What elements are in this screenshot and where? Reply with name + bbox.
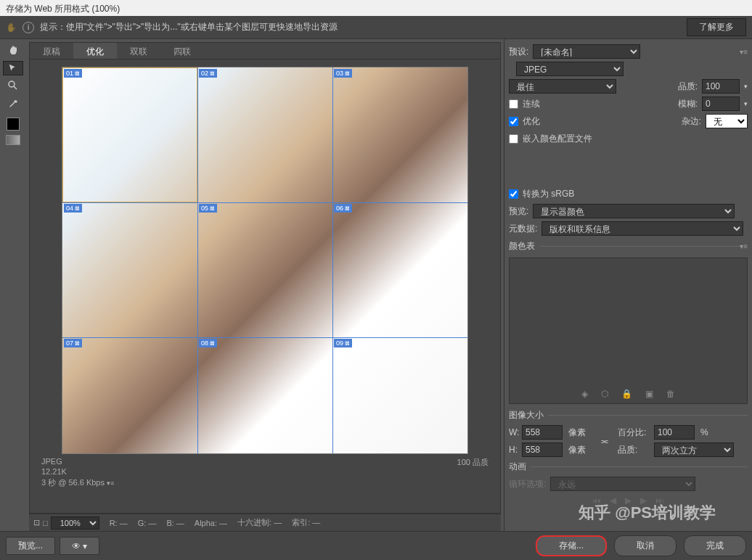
- tab-2up[interactable]: 双联: [117, 43, 160, 59]
- ct-icon-2[interactable]: ⬡: [601, 389, 608, 399]
- save-button[interactable]: 存储...: [536, 535, 607, 556]
- window-title: 存储为 Web 所用格式 (100%): [0, 0, 752, 16]
- srgb-label: 转换为 sRGB: [523, 188, 574, 200]
- embed-label: 嵌入颜色配置文件: [523, 133, 592, 145]
- embed-check[interactable]: [509, 134, 518, 144]
- toolbar: [0, 39, 26, 531]
- slice-03[interactable]: 03⊠: [334, 69, 352, 78]
- status-quality: 100 品质: [457, 457, 489, 488]
- optimized-label: 优化: [523, 115, 540, 128]
- anim-last-icon: ⏭: [655, 495, 664, 506]
- anim-prev-icon: ◀: [610, 495, 616, 506]
- slice-select-tool[interactable]: [3, 61, 23, 75]
- height-input[interactable]: [522, 442, 563, 457]
- ct-icon-4[interactable]: ▣: [645, 389, 653, 399]
- cancel-button[interactable]: 取消: [614, 535, 677, 556]
- matte-label: 杂边:: [682, 115, 701, 128]
- matte-select[interactable]: 无: [706, 114, 748, 128]
- metadata-select[interactable]: 版权和联系信息: [541, 221, 743, 236]
- color-swatch[interactable]: [7, 118, 20, 131]
- hand-tool[interactable]: [3, 42, 23, 59]
- loop-label: 循环选项:: [509, 478, 546, 490]
- slice-04[interactable]: 04⊠: [64, 204, 82, 213]
- blur-label: 模糊:: [678, 98, 698, 110]
- anim-next-icon: ▶: [640, 495, 647, 506]
- settings-panel: 预设: [未命名] ▾≡ JPEG 最佳 品质: ▾ 连续 模糊: ▾ 优化 杂…: [504, 39, 752, 531]
- width-input[interactable]: [522, 425, 563, 440]
- browser-preview-button[interactable]: 预览...: [6, 537, 55, 555]
- anim-first-icon: ⏮: [592, 495, 601, 506]
- info-alpha: Alpha: —: [195, 519, 227, 527]
- preview-canvas[interactable]: 01⊠ 02⊠ 03⊠ 04⊠ 05⊠ 06⊠ 07⊠ 08⊠ 09⊠: [62, 67, 468, 454]
- progressive-check[interactable]: [509, 99, 518, 109]
- selected-slice: [62, 67, 197, 202]
- percent-input[interactable]: [654, 425, 695, 440]
- preset-label: 预设:: [509, 46, 528, 58]
- resample-select[interactable]: 两次立方: [654, 442, 734, 457]
- quality-input[interactable]: [702, 79, 740, 94]
- done-button[interactable]: 完成: [684, 535, 746, 556]
- status-time: 3 秒 @ 56.6 Kbps ▾≡: [41, 477, 114, 488]
- tab-optimized[interactable]: 优化: [73, 43, 117, 59]
- tab-4up[interactable]: 四联: [160, 43, 204, 59]
- slice-08[interactable]: 08⊠: [199, 339, 217, 347]
- image-size-title: 图像大小: [509, 409, 544, 421]
- toggle-slices-icon[interactable]: [6, 135, 20, 145]
- optimized-check[interactable]: [509, 117, 518, 126]
- square-icon[interactable]: □: [43, 519, 48, 527]
- px-label-1: 像素: [568, 427, 597, 439]
- learn-more-button[interactable]: 了解更多: [687, 18, 746, 36]
- metadata-label: 元数据:: [509, 223, 537, 235]
- preview-select[interactable]: 显示器颜色: [533, 204, 735, 218]
- svg-point-0: [9, 81, 15, 87]
- tip-bar: ✋ i 提示：使用"文件">"导出">"导出为..."或右键单击某个图层可更快速…: [0, 16, 752, 39]
- progressive-label: 连续: [523, 98, 540, 110]
- info-g: G: —: [138, 519, 157, 527]
- preset-select[interactable]: [未命名]: [533, 44, 640, 59]
- slice-01[interactable]: 01⊠: [64, 69, 82, 78]
- info-b: B: —: [166, 519, 184, 527]
- color-table: ◈ ⬡ 🔒 ▣ 🗑: [509, 258, 748, 404]
- preview-label: 预览:: [509, 205, 528, 218]
- info-index: 索引: —: [292, 517, 320, 528]
- status-size: 12.21K: [41, 467, 114, 476]
- canvas-area: 01⊠ 02⊠ 03⊠ 04⊠ 05⊠ 06⊠ 07⊠ 08⊠ 09⊠ JPEG…: [29, 59, 501, 514]
- slice-09[interactable]: 09⊠: [334, 339, 352, 347]
- anim-title: 动画: [509, 461, 526, 473]
- ct-icon-1[interactable]: ◈: [581, 389, 588, 399]
- color-table-menu-icon[interactable]: ▾≡: [740, 242, 748, 250]
- quality-label: 品质:: [678, 81, 698, 93]
- zoom-select[interactable]: 100%: [51, 516, 99, 530]
- resample-label: 品质:: [618, 444, 651, 456]
- loop-select: 永远: [550, 477, 695, 491]
- tab-original[interactable]: 原稿: [30, 43, 73, 59]
- hand-icon: ✋: [6, 22, 17, 33]
- color-table-title: 颜色表: [509, 240, 535, 252]
- preset-menu-icon[interactable]: ▾≡: [740, 48, 748, 56]
- quality-preset-select[interactable]: 最佳: [509, 79, 616, 94]
- srgb-check[interactable]: [509, 189, 518, 199]
- percent-label: 百分比:: [618, 427, 651, 439]
- h-label: H:: [509, 445, 519, 455]
- preview-eye-button[interactable]: 👁 ▾: [60, 537, 99, 555]
- format-select[interactable]: JPEG: [516, 62, 624, 76]
- pct-label: %: [700, 427, 711, 437]
- ct-icon-5[interactable]: 🗑: [666, 389, 675, 399]
- slice-02[interactable]: 02⊠: [199, 69, 217, 78]
- slice-05[interactable]: 05⊠: [199, 204, 217, 213]
- status-format: JPEG: [41, 457, 114, 466]
- info-hex: 十六进制: —: [237, 517, 282, 528]
- slice-06[interactable]: 06⊠: [334, 204, 352, 213]
- zoom-tool[interactable]: [3, 77, 23, 94]
- px-label-2: 像素: [568, 444, 597, 456]
- view-tabs: 原稿 优化 双联 四联: [29, 42, 501, 59]
- eyedropper-tool[interactable]: [3, 96, 23, 113]
- tip-text: 提示：使用"文件">"导出">"导出为..."或右键单击某个图层可更快速地导出资…: [40, 21, 681, 33]
- w-label: W:: [509, 427, 519, 437]
- footer: 预览... 👁 ▾ 存储... 取消 完成: [0, 531, 752, 560]
- link-icon[interactable]: ⫘: [600, 436, 615, 446]
- ct-icon-3[interactable]: 🔒: [621, 389, 632, 399]
- blur-input[interactable]: [702, 96, 740, 111]
- fit-icon[interactable]: ⊡: [33, 518, 40, 527]
- slice-07[interactable]: 07⊠: [64, 339, 82, 347]
